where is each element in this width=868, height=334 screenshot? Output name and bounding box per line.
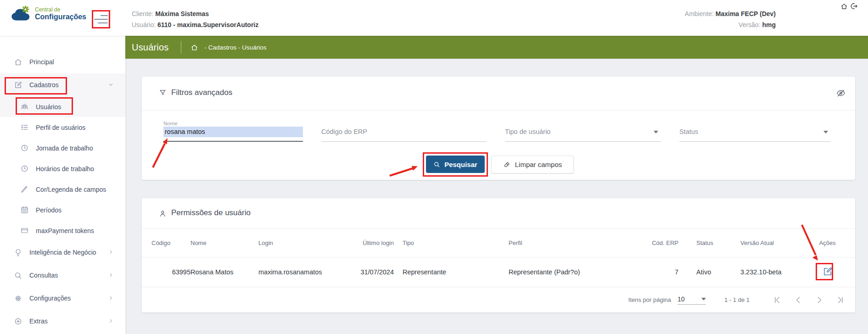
previous-page-icon[interactable] (794, 295, 803, 305)
card-icon (20, 226, 29, 235)
breadcrumb: - Cadastros - Usuários (205, 44, 267, 51)
cell-perfil: Representante (Padr?o) (509, 268, 642, 276)
header-client-info: Cliente: Máxima Sistemas Usuário: 6110 -… (132, 0, 361, 36)
sidebar-item-horarios-de-trabalho[interactable]: Horários de trabalho (0, 158, 125, 179)
hamburger-menu-icon[interactable] (94, 15, 108, 24)
search-button-label: Pesquisar (444, 161, 477, 168)
clock-icon (20, 164, 29, 173)
checklist-icon (20, 123, 29, 132)
items-per-page-label: Itens por página (628, 296, 671, 303)
home-icon[interactable] (840, 3, 848, 10)
cell-nome: Rosana Matos (190, 268, 258, 276)
column-header: Último login (344, 239, 394, 246)
edit-icon (14, 81, 22, 89)
calendar-icon (20, 206, 29, 214)
breadcrumb-home-icon[interactable] (190, 44, 198, 51)
annotation-box-hamburger (92, 10, 110, 28)
sidebar-item-label: Períodos (36, 206, 62, 214)
user-label: Usuário: (132, 21, 156, 28)
name-filter-field[interactable]: Nome rosana matos (163, 121, 303, 142)
sidebar-item-label: Configurações (29, 295, 71, 302)
sidebar-item-cadastros[interactable]: Cadastros (0, 73, 125, 96)
status-filter-dropdown[interactable]: Status (679, 121, 831, 142)
table-title: Permissões de usuário (171, 208, 251, 217)
user-type-placeholder: Tipo de usuário (505, 128, 550, 135)
sidebar-item-extras[interactable]: Extras (0, 310, 125, 333)
sidebar-item-label: maxPayment tokens (36, 227, 94, 234)
filters-title: Filtros avançados (171, 88, 232, 97)
column-header: Status (678, 239, 740, 246)
user-permissions-card: Permissões de usuário Código Nome Login … (142, 198, 855, 312)
column-header: Cód. ERP (642, 239, 678, 246)
logo-line2: Configurações (35, 13, 86, 21)
version-value: hmg (762, 21, 776, 28)
env-label: Ambiente: (685, 10, 714, 17)
sidebar-item-jornada-de-trabalho[interactable]: Jornada de trabalho (0, 138, 125, 158)
chevron-right-icon (108, 317, 113, 325)
next-page-icon[interactable] (815, 295, 824, 305)
column-header: Versão Atual (740, 239, 809, 246)
logout-icon[interactable] (850, 2, 858, 10)
table-row: 63995 Rosana Matos maxima.rosanamatos 31… (142, 257, 855, 287)
plus-circle-icon (14, 317, 22, 326)
search-button[interactable]: Pesquisar (426, 156, 485, 173)
cell-login: maxima.rosanamatos (258, 268, 344, 276)
filters-card: Filtros avançados Nome rosana matos Códi… (142, 77, 855, 180)
last-page-icon[interactable] (836, 295, 845, 305)
chevron-down-icon (108, 81, 113, 89)
table-header-row: Código Nome Login Último login Tipo Perf… (142, 229, 855, 257)
divider (181, 41, 181, 54)
column-header: Tipo (394, 239, 509, 246)
first-page-icon[interactable] (773, 295, 782, 305)
sidebar-item-perfil-de-usuarios[interactable]: Perfil de usuários (0, 117, 125, 138)
dropdown-caret-icon (701, 298, 706, 301)
bulb-icon (14, 248, 22, 257)
app-logo[interactable]: Central de Configurações (10, 6, 86, 22)
name-field-value: rosana matos (165, 128, 205, 135)
chevron-right-icon (108, 295, 113, 302)
search-icon (14, 271, 22, 280)
filter-funnel-icon (158, 89, 167, 97)
pagination-bar: Itens por página 10 1 - 1 de 1 (142, 287, 855, 312)
main-content: Filtros avançados Nome rosana matos Códi… (125, 59, 868, 334)
sidebar-item-label: Consultas (29, 272, 58, 279)
sidebar-item-label: Principal (29, 58, 54, 66)
sidebar-item-label: Horários de trabalho (36, 165, 94, 173)
sidebar-item-usuarios[interactable]: Usuários (0, 96, 125, 117)
pagination-nav (773, 295, 845, 305)
sidebar-item-label: Inteligência de Negócio (29, 249, 96, 256)
page-title: Usuários (132, 42, 169, 53)
sidebar-item-cor-legenda-de-campos[interactable]: Cor/Legenda de campos (0, 179, 125, 200)
column-header: Nome (190, 239, 258, 246)
cell-status: Ativo (678, 268, 740, 276)
sidebar-item-maxpayment-tokens[interactable]: maxPayment tokens (0, 220, 125, 241)
sidebar-item-principal[interactable]: Principal (0, 50, 125, 73)
input-underline (321, 141, 487, 142)
edit-user-icon[interactable] (822, 266, 833, 277)
clear-fields-button[interactable]: Limpar campos (491, 156, 574, 173)
sidebar-item-inteligencia-de-negocio[interactable]: Inteligência de Negócio (0, 241, 125, 264)
chevron-right-icon (108, 249, 113, 256)
sidebar-item-periodos[interactable]: Períodos (0, 200, 125, 220)
users-icon (20, 102, 29, 111)
eye-slash-icon[interactable] (836, 88, 846, 98)
logo-line1: Central de (35, 7, 86, 13)
sidebar-item-label: Jornada de trabalho (36, 145, 93, 152)
status-placeholder: Status (679, 128, 698, 135)
sidebar-item-consultas[interactable]: Consultas (0, 264, 125, 287)
table-card-header: Permissões de usuário (142, 198, 855, 229)
user-type-filter-dropdown[interactable]: Tipo de usuário (505, 121, 661, 142)
chevron-right-icon (108, 272, 113, 279)
name-field-label: Nome (163, 121, 178, 126)
cell-versao-atual: 3.232.10-beta (740, 268, 809, 276)
erp-code-filter-field[interactable]: Código do ERP (321, 121, 487, 142)
version-label: Versão: (739, 21, 760, 28)
cell-acoes (809, 266, 846, 278)
app-root: Central de Configurações Cliente: Máxima… (0, 0, 868, 334)
search-icon (433, 161, 440, 168)
sidebar-item-configuracoes[interactable]: Configurações (0, 287, 125, 310)
gear-icon (14, 294, 22, 303)
env-value: Maxima FECP (Dev) (716, 10, 776, 17)
items-per-page-select[interactable]: 10 (678, 295, 706, 305)
sidebar-item-label: Usuários (36, 103, 61, 111)
